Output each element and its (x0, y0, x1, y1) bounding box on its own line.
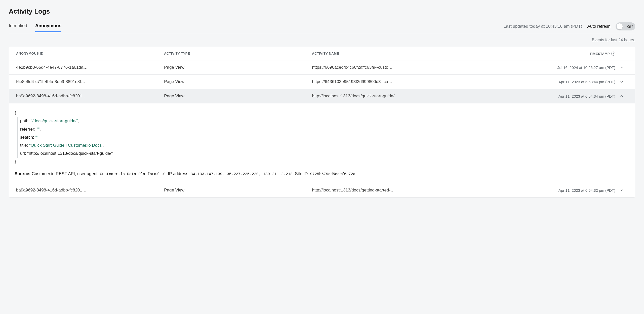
auto-refresh-label: Auto refresh (587, 24, 611, 29)
chevron-down-icon[interactable] (615, 80, 628, 84)
column-activity-type: ACTIVITY TYPE (164, 52, 312, 56)
cell-timestamp: Jul 16, 2024 at 10:26:27 am (PDT) (490, 65, 615, 70)
json-key-url: url (20, 151, 25, 156)
cell-activity-type: Page View (164, 188, 312, 193)
cell-activity-type: Page View (164, 79, 312, 84)
column-anonymous-id: ANONYMOUS ID (16, 52, 164, 56)
cell-timestamp: Apr 11, 2023 at 6:58:44 pm (PDT) (490, 80, 615, 84)
cell-activity-type: Page View (164, 94, 312, 99)
json-value-referrer: "" (36, 127, 39, 132)
source-user-agent: Customer.io Data Platform/1.0 (100, 172, 166, 176)
json-value-title: "Quick Start Guide | Customer.io Docs" (29, 143, 103, 148)
json-payload: { path: "/docs/quick-start-guide/", refe… (15, 109, 628, 166)
column-timestamp-label: TIMESTAMP (590, 52, 610, 56)
cell-anonymous-id: ba9a9692-8498-416d-adbb-fc8201… (16, 188, 164, 193)
tab-anonymous[interactable]: Anonymous (35, 23, 61, 32)
column-timestamp: TIMESTAMP ? (490, 52, 615, 56)
toggle-state-label: Off (627, 24, 633, 29)
cell-anonymous-id: ba9a9692-8498-416d-adbb-fc8201… (16, 94, 164, 99)
cell-timestamp: Apr 11, 2023 at 6:54:34 pm (PDT) (490, 94, 615, 98)
events-range-text: Events for last 24 hours. (9, 38, 635, 42)
chevron-down-icon[interactable] (615, 65, 628, 69)
activity-table: ANONYMOUS ID ACTIVITY TYPE ACTIVITY NAME… (9, 47, 635, 198)
source-api-text: Customer.io REST API, user agent: (30, 171, 100, 176)
chevron-up-icon[interactable] (615, 94, 628, 98)
cell-activity-name: https://6696acedfb4c60f2affc63f9--custo… (312, 65, 490, 70)
header-right: Last updated today at 10:43:16 am (PDT) … (504, 22, 635, 33)
table-row[interactable]: ba9a9692-8498-416d-adbb-fc8201… Page Vie… (9, 183, 635, 197)
table-row[interactable]: f6e8e6d4-c71f-4bfa-8eb9-8891e8f… Page Vi… (9, 75, 635, 89)
json-key-title: title (20, 143, 27, 148)
chevron-down-icon[interactable] (615, 188, 628, 192)
cell-activity-name: http://localhost:1313/docs/getting-start… (312, 188, 490, 193)
row-details: { path: "/docs/quick-start-guide/", refe… (9, 103, 635, 183)
source-label: Source: (15, 171, 30, 176)
cell-activity-name: http://localhost:1313/docs/quick-start-g… (312, 94, 490, 99)
json-value-url[interactable]: http://localhost:1313/docs/quick-start-g… (29, 151, 111, 156)
table-header: ANONYMOUS ID ACTIVITY TYPE ACTIVITY NAME… (9, 47, 635, 60)
toggle-thumb (617, 23, 623, 29)
table-row[interactable]: ba9a9692-8498-416d-adbb-fc8201… Page Vie… (9, 89, 635, 103)
tabs: Identified Anonymous (9, 23, 61, 32)
json-value-search: "" (35, 135, 38, 140)
header-row: Identified Anonymous Last updated today … (9, 22, 635, 33)
source-site-value: 9725b679dd5cdef6e72a (310, 172, 355, 176)
cell-timestamp: Apr 11, 2023 at 6:54:32 pm (PDT) (490, 188, 615, 192)
json-key-search: search (20, 135, 33, 140)
tab-identified[interactable]: Identified (9, 23, 27, 32)
cell-anonymous-id: 4e2b9cb3-65d4-4e47-8776-1a61da… (16, 65, 164, 70)
cell-anonymous-id: f6e8e6d4-c71f-4bfa-8eb9-8891e8f… (16, 79, 164, 84)
source-ip-value: 34.133.147.139, 35.227.225.220, 130.211.… (191, 172, 293, 176)
column-activity-name: ACTIVITY NAME (312, 52, 490, 56)
source-line: Source: Customer.io REST API, user agent… (15, 170, 628, 177)
source-site-label: , Site ID: (293, 171, 310, 176)
json-key-referrer: referrer (20, 127, 34, 132)
page-title: Activity Logs (9, 8, 635, 15)
last-updated-text: Last updated today at 10:43:16 am (PDT) (504, 24, 582, 29)
source-ip-label: , IP address: (166, 171, 191, 176)
help-icon[interactable]: ? (611, 52, 615, 56)
cell-activity-type: Page View (164, 65, 312, 70)
auto-refresh-toggle[interactable]: Off (616, 22, 635, 30)
cell-activity-name: https://6436103e95193f2d999800d3--cu… (312, 79, 490, 84)
table-row[interactable]: 4e2b9cb3-65d4-4e47-8776-1a61da… Page Vie… (9, 60, 635, 75)
json-key-path: path (20, 119, 28, 123)
json-value-path: "/docs/quick-start-guide/" (31, 119, 78, 123)
